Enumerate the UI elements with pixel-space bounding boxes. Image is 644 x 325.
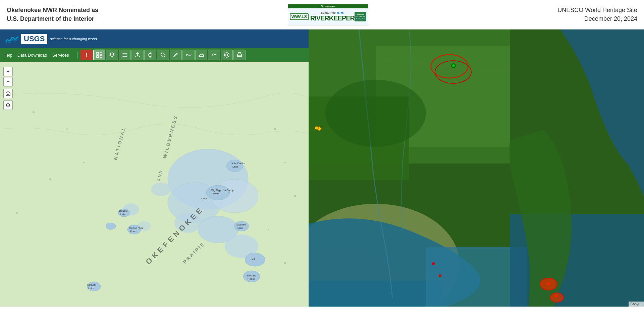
crosshair-button[interactable]	[144, 50, 156, 60]
data-download-link[interactable]: Data Download	[17, 53, 47, 58]
wwals-text: WWALS	[290, 13, 309, 20]
svg-rect-5	[100, 52, 102, 54]
svg-text:Suwannee: Suwannee	[357, 13, 364, 15]
exclamation-icon: !	[86, 52, 87, 58]
home-icon	[5, 91, 11, 96]
svg-point-48	[66, 128, 68, 130]
svg-point-24	[226, 55, 227, 55]
svg-text:Lake: Lake	[120, 213, 126, 216]
xy-icon: XY	[211, 53, 216, 57]
alert-button[interactable]: !	[80, 50, 93, 60]
satellite-map: Copyr...	[309, 29, 644, 307]
svg-text:Double: Double	[119, 209, 128, 212]
usgs-header: USGS science for a changing world	[0, 29, 309, 48]
svg-text:Goose Run: Goose Run	[129, 226, 143, 230]
sw-subtitle: Suwannee 🐟🐟	[321, 11, 344, 14]
search-icon	[160, 52, 166, 58]
svg-point-14	[149, 53, 152, 57]
banner-right-line2: December 20, 2024	[557, 15, 637, 23]
svg-point-11	[122, 53, 122, 54]
grid-button[interactable]	[93, 50, 105, 60]
usgs-tagline-block: science for a changing world	[50, 37, 97, 41]
target-button[interactable]	[221, 50, 233, 60]
usgs-wave-icon	[5, 32, 18, 46]
svg-point-100	[555, 295, 557, 297]
zoom-in-button[interactable]: +	[3, 67, 13, 76]
locate-icon	[5, 103, 11, 108]
usgs-logo-text: USGS	[24, 35, 45, 43]
svg-point-52	[274, 128, 276, 130]
satellite-svg	[309, 29, 644, 307]
svg-point-19	[161, 53, 164, 56]
grid-icon	[96, 52, 102, 58]
search-button[interactable]	[157, 50, 169, 60]
toolbar-icons: !	[80, 50, 246, 60]
toolbar-separator	[77, 52, 77, 58]
upload-button[interactable]	[131, 50, 144, 60]
svg-point-12	[122, 55, 122, 55]
svg-text:Lake: Lake	[237, 226, 244, 230]
svg-rect-90	[309, 281, 443, 307]
sw-top-bar: Suwannee	[288, 4, 368, 8]
red-dot-marker-2	[439, 274, 441, 277]
upload-icon	[135, 52, 141, 58]
svg-text:Lake: Lake	[232, 165, 238, 168]
svg-text:Sinnott: Sinnott	[87, 283, 96, 286]
svg-rect-7	[100, 56, 102, 58]
topo-map-svg: OKEFENOKEE NATIONAL WILDERNESS AND PRAIR…	[0, 62, 309, 307]
svg-point-95	[550, 293, 564, 302]
usgs-logo: USGS science for a changing world	[5, 32, 97, 46]
help-link[interactable]: Help	[3, 53, 12, 58]
profile-icon: Profile	[185, 52, 192, 58]
svg-text:Bo: Bo	[252, 257, 255, 260]
pencil-button[interactable]	[170, 50, 182, 60]
services-link[interactable]: Services	[52, 53, 69, 58]
svg-text:Lake: Lake	[201, 197, 207, 200]
svg-text:River Water Trail: River Water Trail	[356, 16, 365, 17]
xy-button[interactable]: XY	[208, 50, 220, 60]
suwannee-logo: Suwannee WWALS Suwannee 🐟🐟 RIVERKEEPER S…	[288, 4, 368, 25]
svg-text:Monkey: Monkey	[236, 223, 246, 226]
svg-text:Pond: Pond	[130, 230, 137, 233]
top-banner: Okefenokee NWR Nominated as U.S. Departm…	[0, 0, 644, 29]
copyright-text: Copyr...	[631, 302, 642, 306]
svg-rect-26	[238, 55, 241, 57]
pencil-icon	[173, 52, 179, 58]
home-button[interactable]	[3, 89, 13, 98]
layers-button[interactable]	[106, 50, 118, 60]
terrain-button[interactable]	[195, 50, 207, 60]
red-dot-marker-1	[432, 262, 435, 265]
list-button[interactable]	[119, 50, 131, 60]
svg-point-55	[268, 229, 269, 230]
svg-text:Roost: Roost	[248, 277, 255, 280]
svg-rect-27	[0, 62, 309, 307]
right-panel: Copyr...	[309, 29, 644, 307]
banner-right-line1: UNESCO World Heritage Site	[557, 6, 637, 14]
target-icon	[224, 52, 230, 58]
locate-button[interactable]	[3, 101, 13, 110]
svg-rect-6	[97, 56, 99, 58]
zoom-controls: + −	[3, 67, 13, 110]
print-icon	[236, 52, 243, 58]
map-area[interactable]: OKEFENOKEE NATIONAL WILDERNESS AND PRAIR…	[0, 62, 309, 307]
sw-main: WWALS Suwannee 🐟🐟 RIVERKEEPER Suwannee R…	[288, 8, 368, 25]
copyright-bar: Copyr...	[629, 302, 644, 307]
zoom-out-button[interactable]: −	[3, 77, 13, 86]
svg-point-99	[547, 282, 550, 285]
usgs-tagline: science for a changing world	[50, 37, 97, 41]
profile-button[interactable]: Profile	[182, 50, 195, 60]
banner-line2: U.S. Department of the Interior	[7, 15, 98, 23]
svg-point-13	[122, 56, 122, 57]
toolbar: Help Data Download Services !	[0, 48, 309, 62]
svg-point-50	[83, 162, 85, 163]
svg-point-79	[8, 105, 9, 106]
svg-point-47	[33, 111, 35, 113]
banner-left: Okefenokee NWR Nominated as U.S. Departm…	[7, 6, 98, 23]
print-button[interactable]	[233, 50, 246, 60]
svg-point-42	[106, 223, 116, 230]
river-trail-logo: Suwannee River Water Trail	[355, 9, 366, 24]
svg-point-34	[151, 183, 171, 196]
svg-rect-4	[97, 52, 99, 54]
svg-point-44	[245, 253, 265, 266]
main-content: USGS science for a changing world Help D…	[0, 29, 644, 307]
